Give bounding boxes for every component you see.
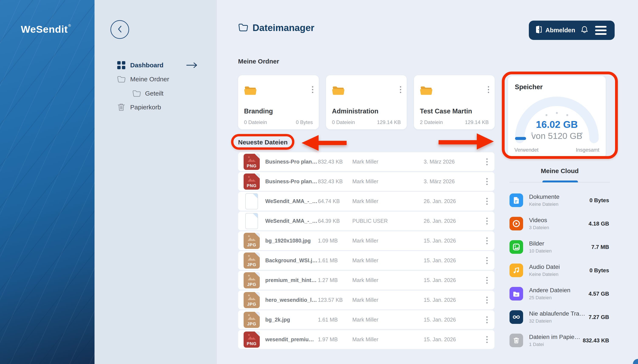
- folder-name: Administration: [332, 108, 378, 115]
- kebab-menu-icon[interactable]: [488, 86, 489, 93]
- document-icon: [510, 194, 523, 207]
- header-actions: Abmelden: [529, 20, 615, 40]
- logout-button[interactable]: Abmelden: [535, 26, 575, 35]
- file-name: WeSendit_AMA_-_Janu...: [265, 218, 318, 224]
- kebab-menu-icon[interactable]: [486, 158, 488, 165]
- sidebar-item-geteilt[interactable]: Geteilt: [94, 87, 217, 100]
- kebab-menu-icon[interactable]: [486, 218, 488, 224]
- cloud-category-size: 0 Bytes: [590, 267, 609, 274]
- cloud-category-list: Dokumente Keine Dateien 0 Bytes Videos 3…: [505, 190, 614, 354]
- annotation-arrow-left: [302, 135, 347, 152]
- file-row[interactable]: JPG bg_2k.jpg 1.61 MB Mark Miller 15. Ja…: [238, 310, 494, 329]
- file-row[interactable]: JPG bg_1920x1080.jpg 1.09 MB Mark Miller…: [238, 231, 494, 250]
- cloud-category-name: Dateien im Papierkorb: [529, 334, 581, 340]
- file-file-icon: [245, 213, 258, 229]
- kebab-menu-icon[interactable]: [486, 316, 488, 323]
- cloud-category-infinity[interactable]: Nie ablaufende Transfers 32 Dateien 7.27…: [505, 307, 614, 327]
- app-root: WeSendit® Dashboard Meine Ordner Gete: [0, 0, 638, 364]
- file-name: wesendit_premium_gf...: [265, 336, 318, 342]
- file-owner: Mark Miller: [352, 159, 424, 165]
- png-file-icon: PNG: [244, 174, 260, 190]
- storage-total-value: von 5120 GB: [532, 131, 582, 141]
- png-file-icon: PNG: [244, 154, 260, 170]
- infinity-icon: [510, 310, 523, 324]
- kebab-menu-icon[interactable]: [400, 86, 401, 93]
- cloud-category-count: 3 Dateien: [529, 225, 586, 230]
- menu-button[interactable]: [595, 26, 606, 35]
- page-title: Dateimanager: [238, 22, 314, 33]
- cloud-category-name: Andere Dateien: [529, 287, 586, 294]
- sidebar-item-papierkorb[interactable]: Papierkorb: [94, 100, 217, 114]
- cloud-category-image[interactable]: Bilder 10 Dateien 7.7 MB: [505, 237, 614, 257]
- file-owner: Mark Miller: [352, 277, 424, 283]
- cloud-category-count: Keine Dateien: [529, 202, 588, 207]
- cloud-category-document[interactable]: Dokumente Keine Dateien 0 Bytes: [505, 190, 614, 210]
- folder-card[interactable]: Administration 0 Dateiein 129.14 KB: [326, 75, 407, 129]
- folder-size: 129.14 KB: [377, 119, 401, 125]
- arrow-right-icon[interactable]: [186, 62, 198, 68]
- jpg-file-icon: JPG: [244, 252, 260, 269]
- trash-icon: [117, 103, 126, 112]
- folder-icon: [510, 287, 523, 300]
- cloud-category-name: Audio Datei: [529, 264, 588, 270]
- file-row[interactable]: JPG Background_WSI.jpg 1.61 MB Mark Mill…: [238, 251, 494, 270]
- brand-sidebar: WeSendit®: [0, 0, 94, 364]
- cloud-category-count: 10 Dateien: [529, 248, 589, 254]
- file-name: WeSendit_AMA_-_Janu...: [265, 198, 318, 204]
- file-row[interactable]: PNG wesendit_premium_gf... 1.97 MB Mark …: [238, 330, 494, 349]
- file-row[interactable]: PNG Business-Pro plan.png 832.43 KB Mark…: [238, 152, 494, 171]
- kebab-menu-icon[interactable]: [486, 336, 488, 343]
- registered-mark: ®: [68, 24, 71, 28]
- file-size: 1.09 MB: [318, 238, 352, 244]
- cloud-category-name: Bilder: [529, 240, 589, 247]
- folder-size: 0 Bytes: [296, 119, 313, 125]
- recent-files-list: PNG Business-Pro plan.png 832.43 KB Mark…: [238, 152, 494, 349]
- kebab-menu-icon[interactable]: [486, 297, 488, 304]
- jpg-file-icon: JPG: [244, 272, 260, 288]
- file-size: 1.61 MB: [318, 258, 352, 264]
- file-row[interactable]: WeSendit_AMA_-_Janu... 64.39 KB PUBLIC U…: [238, 212, 494, 230]
- cloud-category-music[interactable]: Audio Datei Keine Dateien 0 Bytes: [505, 260, 614, 280]
- cloud-category-name: Nie ablaufende Transfers: [529, 310, 586, 317]
- notifications-button[interactable]: [581, 26, 588, 35]
- file-name: Business-Pro plan.png: [265, 159, 318, 165]
- folder-icon: [244, 85, 257, 96]
- file-size: 832.43 KB: [318, 159, 352, 165]
- kebab-menu-icon[interactable]: [486, 198, 488, 205]
- file-date: 26. Jan. 2026: [424, 218, 486, 224]
- cloud-category-trash[interactable]: Dateien im Papierkorb 1 Datei 832.43 KB: [505, 330, 614, 350]
- kebab-menu-icon[interactable]: [486, 277, 488, 284]
- file-date: 15. Jan. 2026: [424, 297, 486, 303]
- file-row[interactable]: WeSendit_AMA_-_Janu... 64.74 KB Mark Mil…: [238, 192, 494, 211]
- cloud-category-name: Videos: [529, 217, 586, 224]
- file-row[interactable]: JPG premium_mit_hinterg... 1.27 MB Mark …: [238, 271, 494, 290]
- file-size: 64.39 KB: [318, 218, 352, 224]
- sidebar-item-meine-ordner[interactable]: Meine Ordner: [94, 72, 217, 86]
- jpg-file-icon: JPG: [244, 312, 260, 328]
- sidebar-item-dashboard[interactable]: Dashboard: [94, 58, 217, 72]
- file-owner: Mark Miller: [352, 317, 424, 323]
- jpg-file-icon: JPG: [244, 233, 260, 249]
- file-name: Business-Pro plan.png: [265, 178, 318, 184]
- folder-card[interactable]: Branding 0 Dateiein 0 Bytes: [238, 75, 319, 129]
- kebab-menu-icon[interactable]: [486, 178, 488, 185]
- tab-meine-cloud[interactable]: Meine Cloud: [505, 167, 614, 174]
- recent-files-label: Neueste Dateien: [238, 139, 288, 146]
- kebab-menu-icon[interactable]: [312, 86, 313, 93]
- kebab-menu-icon[interactable]: [486, 257, 488, 264]
- file-date: 15. Jan. 2026: [424, 258, 486, 264]
- cloud-category-video[interactable]: Videos 3 Dateien 4.18 GB: [505, 214, 614, 234]
- logout-door-icon: [535, 26, 542, 35]
- cloud-category-count: 1 Datei: [529, 342, 581, 347]
- file-row[interactable]: PNG Business-Pro plan.png 832.43 KB Mark…: [238, 172, 494, 191]
- folder-card[interactable]: Test Case Martin 2 Dateiein 129.14 KB: [414, 75, 495, 129]
- collapse-sidebar-button[interactable]: [110, 20, 129, 39]
- file-row[interactable]: JPG hero_wesenditio_light.... 123.57 KB …: [238, 290, 494, 310]
- file-date: 26. Jan. 2026: [424, 198, 486, 204]
- sidebar-item-label: Meine Ordner: [130, 76, 169, 83]
- jpg-file-icon: JPG: [244, 292, 260, 308]
- kebab-menu-icon[interactable]: [486, 238, 488, 244]
- music-icon: [510, 264, 523, 277]
- folder-icon: [420, 85, 433, 96]
- cloud-category-folder[interactable]: Andere Dateien 25 Dateien 4.57 GB: [505, 284, 614, 304]
